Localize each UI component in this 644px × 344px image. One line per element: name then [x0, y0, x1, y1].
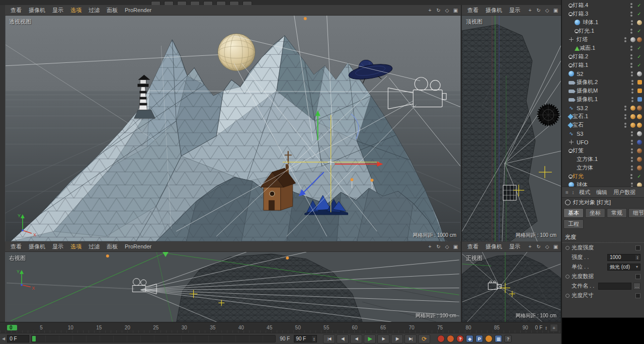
object-row[interactable]: S3: [562, 129, 644, 138]
timeline-tick[interactable]: 85: [494, 325, 500, 330]
transport-button[interactable]: ◀: [350, 334, 362, 343]
visibility-dots[interactable]: [630, 140, 633, 145]
am-menu-item[interactable]: 模式: [576, 189, 593, 196]
timeline-tick[interactable]: 30: [182, 325, 187, 330]
am-menu-item[interactable]: 编辑: [593, 189, 610, 196]
visibility-dots[interactable]: [624, 114, 627, 119]
timeline-tick[interactable]: 35: [210, 325, 215, 330]
spinner-icon[interactable]: ▲▼: [635, 255, 639, 260]
unit-dropdown[interactable]: 烛光 (cd) ▾: [607, 264, 640, 271]
object-tag[interactable]: [637, 148, 642, 153]
object-row[interactable]: 灯光.1: [562, 27, 644, 35]
transport-button[interactable]: |◀: [323, 334, 335, 343]
visibility-dots[interactable]: [624, 37, 627, 42]
viewport-menu-item[interactable]: 查看: [464, 7, 482, 14]
attribute-tab[interactable]: 工程: [564, 219, 584, 229]
record-button[interactable]: P: [475, 335, 483, 342]
viewport-tool-icon[interactable]: +: [427, 8, 433, 13]
toolbar-icon[interactable]: [164, 1, 174, 5]
disco-ball[interactable]: [218, 34, 255, 71]
toolbar-icon[interactable]: [151, 1, 160, 5]
frame-back-icon[interactable]: ◀: [2, 336, 5, 341]
viewport-canvas-front[interactable]: 正视图 网格间距 : 100 cm: [462, 252, 561, 322]
viewport-menu-item[interactable]: 过滤: [85, 243, 103, 250]
anim-dot-icon[interactable]: [566, 294, 570, 298]
attribute-tab[interactable]: 坐标: [585, 208, 605, 218]
visibility-dots[interactable]: [630, 71, 633, 76]
object-tag[interactable]: [630, 123, 635, 128]
visibility-dots[interactable]: [630, 3, 633, 8]
timeline-tick[interactable]: 15: [96, 325, 102, 330]
object-tag[interactable]: [636, 11, 642, 17]
history-arrows-icon[interactable]: ↕: [570, 190, 576, 195]
object-row[interactable]: 灯箱.3: [562, 10, 644, 18]
object-tag[interactable]: [636, 62, 642, 68]
viewport-tool-icon[interactable]: +: [527, 8, 533, 13]
record-button[interactable]: [447, 335, 454, 342]
viewport-canvas-perspective[interactable]: Y X 透视视图 网格间距 : 1000 cm: [5, 16, 461, 241]
frame-stepper-icon[interactable]: ▲▼: [545, 326, 547, 330]
viewport-menu-item[interactable]: 摄像机: [25, 7, 49, 14]
viewport-menu-item[interactable]: 面板: [103, 243, 121, 250]
disco-ball-top[interactable]: [538, 105, 558, 125]
object-row[interactable]: 灯箱.4: [562, 1, 644, 10]
object-row[interactable]: 摄像机M: [562, 87, 644, 95]
object-row[interactable]: 减面.1: [562, 44, 644, 52]
viewport-menu-item[interactable]: 面板: [103, 7, 121, 14]
toolbar-icon[interactable]: [190, 1, 200, 5]
viewport-tool-icon[interactable]: ◇: [444, 244, 450, 249]
object-tag[interactable]: [637, 165, 642, 170]
visibility-dots[interactable]: [630, 46, 633, 51]
object-row[interactable]: 立方体: [562, 163, 644, 172]
visibility-dots[interactable]: [630, 183, 633, 188]
viewport-menu-item[interactable]: 选项: [67, 7, 85, 14]
timeline-tick[interactable]: 25: [153, 325, 158, 330]
record-button[interactable]: ?: [504, 335, 512, 342]
viewport-menu-item[interactable]: ProRender: [121, 243, 155, 249]
visibility-dots[interactable]: [630, 29, 633, 34]
viewport-menu-item[interactable]: 显示: [49, 7, 67, 14]
attribute-tab[interactable]: 细节: [628, 208, 644, 218]
object-row[interactable]: 球体: [562, 181, 644, 187]
object-tag[interactable]: [630, 106, 635, 111]
anim-dot-icon[interactable]: [566, 275, 570, 279]
viewport-tool-icon[interactable]: +: [427, 244, 433, 249]
filename-input[interactable]: [598, 283, 631, 290]
toolbar-icon[interactable]: [203, 1, 213, 5]
object-tag[interactable]: [630, 114, 635, 119]
object-row[interactable]: 灯箱.1: [562, 61, 644, 69]
object-tag[interactable]: [637, 20, 642, 25]
transport-button[interactable]: ◀|: [337, 334, 349, 343]
transport-button[interactable]: ▶: [364, 334, 376, 343]
viewport-tool-icon[interactable]: ↻: [535, 244, 542, 249]
powerslider[interactable]: [31, 335, 276, 342]
transport-button[interactable]: ▶|: [405, 334, 417, 343]
object-row[interactable]: 宝石.1: [562, 112, 644, 121]
viewport-tool-icon[interactable]: ◇: [544, 244, 550, 249]
object-tag[interactable]: [637, 157, 642, 162]
toolbar-icon[interactable]: [229, 1, 239, 5]
object-tag[interactable]: [636, 45, 642, 51]
viewport-tool-icon[interactable]: +: [527, 244, 533, 249]
attribute-tab[interactable]: 常规: [607, 208, 627, 218]
visibility-dots[interactable]: [630, 131, 633, 136]
toolbar-icon[interactable]: [177, 1, 187, 5]
top-toolbar-fragment[interactable]: [0, 0, 644, 5]
object-tag[interactable]: [637, 80, 642, 84]
object-tag[interactable]: [637, 97, 642, 102]
object-tag[interactable]: [637, 183, 642, 188]
viewport-tool-icon[interactable]: ▣: [552, 8, 559, 13]
browse-button[interactable]: …: [633, 283, 640, 290]
visibility-dots[interactable]: [631, 89, 634, 94]
panel-menu-icon[interactable]: ≡: [564, 190, 570, 195]
object-tag[interactable]: [637, 106, 642, 111]
viewport-menu-item[interactable]: 摄像机: [482, 7, 506, 14]
object-row[interactable]: 立方体.1: [562, 155, 644, 163]
viewport-canvas-right[interactable]: Y X 右视图 网格间距 : 100 cm: [5, 252, 461, 322]
timeline-tick[interactable]: 80: [466, 325, 471, 330]
record-button[interactable]: ◆: [466, 335, 473, 342]
spinner-icon[interactable]: ▲▼: [312, 336, 316, 341]
object-row[interactable]: 摄像机.2: [562, 78, 644, 87]
viewport-tool-icon[interactable]: ▣: [452, 8, 459, 13]
object-row[interactable]: 灯箱.2: [562, 52, 644, 61]
